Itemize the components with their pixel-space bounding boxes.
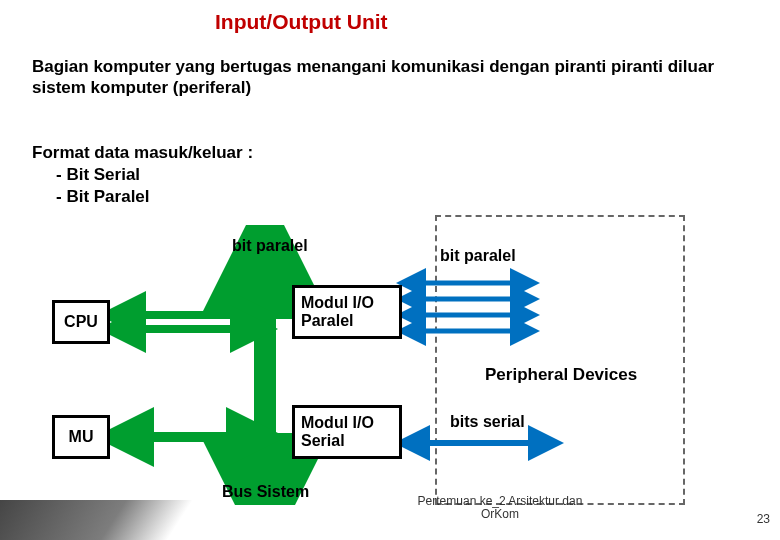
- page-title: Input/Output Unit: [215, 10, 388, 34]
- io-diagram: CPU MU Modul I/O Paralel Modul I/O Seria…: [40, 225, 680, 505]
- format-heading: Format data masuk/keluar :: [32, 142, 253, 164]
- modul-serial-box: Modul I/O Serial: [292, 405, 402, 459]
- decorative-swoosh: [0, 500, 239, 540]
- label-bits-serial: bits serial: [450, 413, 525, 431]
- intro-paragraph: Bagian komputer yang bertugas menangani …: [32, 56, 732, 99]
- footer-text: Pertemuan ke_2 Arsitektur dan OrKom: [410, 495, 590, 521]
- format-section: Format data masuk/keluar : - Bit Serial …: [32, 142, 253, 208]
- mu-box: MU: [52, 415, 110, 459]
- page-number: 23: [757, 512, 770, 526]
- format-item-2: - Bit Paralel: [32, 186, 253, 208]
- label-bit-paralel-top: bit paralel: [232, 237, 308, 255]
- label-bus-sistem: Bus Sistem: [222, 483, 309, 501]
- modul-paralel-box: Modul I/O Paralel: [292, 285, 402, 339]
- cpu-box: CPU: [52, 300, 110, 344]
- format-item-1: - Bit Serial: [32, 164, 253, 186]
- label-peripheral: Peripheral Devices: [485, 365, 637, 385]
- label-bit-paralel-right: bit paralel: [440, 247, 516, 265]
